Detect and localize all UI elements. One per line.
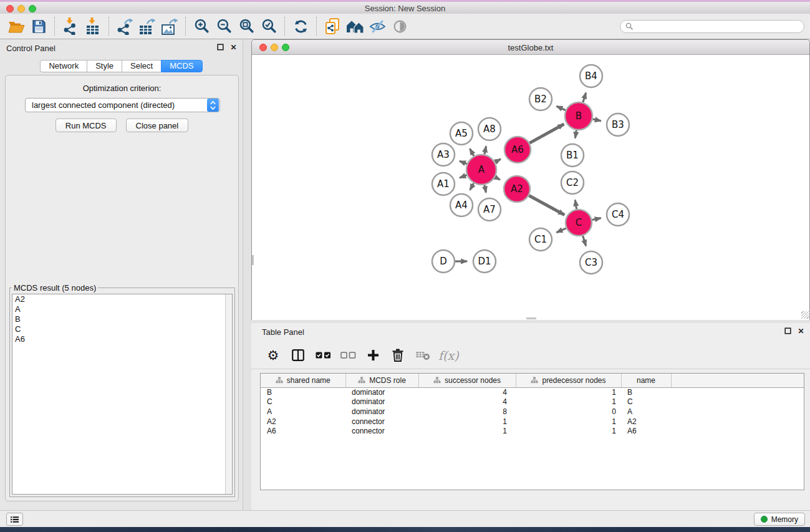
create-column-button[interactable] — [362, 345, 383, 366]
refresh-button[interactable] — [289, 16, 312, 37]
function-builder-icon: f(x) — [438, 349, 459, 362]
show-all-button[interactable] — [344, 16, 366, 37]
select-all-button[interactable] — [312, 345, 334, 366]
result-item[interactable]: A6 — [12, 334, 232, 344]
close-panel-icon[interactable]: ✕ — [229, 43, 238, 51]
zoom-fit-button[interactable] — [235, 16, 258, 37]
select-all-icon — [316, 352, 331, 359]
criterion-dropdown[interactable]: largest connected component (directed) — [25, 98, 220, 112]
node-label-C2: C2 — [566, 177, 579, 188]
edge-A-A5[interactable] — [470, 149, 474, 157]
network-window-titlebar[interactable]: testGlobe.txt — [252, 40, 809, 55]
hidden-panels-button[interactable] — [6, 513, 23, 526]
clone-network-button[interactable] — [321, 16, 344, 37]
result-item[interactable]: A — [12, 304, 232, 314]
result-item[interactable]: C — [12, 324, 232, 334]
table-row[interactable]: Cdominator41C — [261, 397, 804, 407]
edge-A-A4[interactable] — [470, 183, 474, 190]
column-header-MCDS-role[interactable]: MCDS role — [345, 374, 418, 387]
export-network-button[interactable] — [113, 16, 136, 37]
edge-C-C4[interactable] — [592, 218, 601, 220]
open-folder-icon — [8, 20, 25, 33]
column-header-name[interactable]: name — [621, 374, 671, 387]
list-icon — [11, 516, 19, 523]
import-table-button[interactable] — [82, 16, 104, 37]
float-table-panel-icon[interactable] — [784, 327, 792, 335]
node-label-D1: D1 — [478, 256, 491, 267]
node-label-A1: A1 — [437, 178, 450, 190]
table-row[interactable]: A2connector11A2 — [261, 417, 804, 427]
tab-network[interactable]: Network — [40, 60, 87, 72]
edge-B-B3[interactable] — [592, 119, 600, 121]
save-icon — [32, 20, 46, 33]
open-session-button[interactable] — [5, 16, 27, 37]
resize-grip-icon[interactable] — [801, 311, 809, 319]
table-row[interactable]: Bdominator41B — [261, 387, 804, 397]
column-header-shared-name[interactable]: shared name — [261, 374, 345, 387]
network-horizontal-scrollbar[interactable] — [526, 317, 536, 319]
close-table-panel-icon[interactable]: ✕ — [797, 327, 805, 335]
edge-B-B4[interactable] — [583, 93, 586, 102]
tab-select[interactable]: Select — [122, 60, 162, 72]
node-label-C1: C1 — [534, 234, 547, 245]
edge-A2-C[interactable] — [529, 196, 564, 215]
tab-mcds[interactable]: MCDS — [161, 60, 202, 72]
edge-A-A7[interactable] — [485, 185, 486, 192]
eye-slash-icon — [369, 19, 386, 34]
column-header-successor-nodes[interactable]: successor nodes — [418, 374, 516, 387]
show-columns-button[interactable] — [287, 345, 309, 366]
edge-A-A2[interactable] — [495, 177, 500, 180]
dropdown-stepper-icon — [207, 99, 219, 112]
network-vertical-scrollbar[interactable] — [252, 255, 254, 265]
mcds-result-list[interactable]: A2ABCA6 — [12, 294, 233, 495]
export-table-button[interactable] — [136, 16, 158, 37]
window-title: Session: New Session — [0, 4, 810, 13]
result-item[interactable]: A2 — [12, 294, 232, 304]
search-field[interactable] — [620, 20, 804, 33]
edge-A-A1[interactable] — [460, 175, 466, 178]
edge-A6-B[interactable] — [529, 124, 564, 143]
control-panel-title: Control Panel — [6, 44, 55, 53]
network-canvas[interactable]: B4B2BB3A5A8A6B1A3AC2A1A2A4A7C4CC1C3DD1 — [252, 56, 809, 320]
function-builder-button[interactable]: f(x) — [437, 345, 460, 366]
attribute-icon — [358, 377, 365, 384]
edge-C-C2[interactable] — [575, 200, 576, 210]
zoom-out-button[interactable] — [213, 16, 235, 37]
table-row[interactable]: A6connector11A6 — [261, 426, 804, 436]
zoom-in-button[interactable] — [190, 16, 213, 37]
edge-B-B2[interactable] — [557, 106, 566, 110]
result-list-scrollbar[interactable] — [225, 294, 232, 494]
zoom-selected-button[interactable] — [258, 16, 280, 37]
result-item[interactable]: B — [12, 314, 232, 324]
deselect-all-button[interactable] — [337, 345, 359, 366]
delete-table-button[interactable] — [412, 345, 433, 366]
memory-button[interactable]: Memory — [754, 513, 805, 526]
tab-style[interactable]: Style — [87, 60, 122, 72]
save-session-button[interactable] — [27, 16, 50, 37]
network-graph[interactable]: B4B2BB3A5A8A6B1A3AC2A1A2A4A7C4CC1C3DD1 — [252, 56, 809, 320]
edge-A-A8[interactable] — [485, 146, 486, 154]
table-settings-button[interactable]: ⚙ — [263, 345, 284, 366]
node-label-A3: A3 — [437, 149, 450, 160]
zoom-selected-icon — [261, 18, 277, 35]
edge-C-C3[interactable] — [583, 236, 586, 246]
node-label-C3: C3 — [585, 257, 597, 268]
close-panel-button[interactable]: Close panel — [126, 118, 189, 132]
node-table[interactable]: shared nameMCDS rolesuccessor nodesprede… — [260, 373, 804, 490]
table-row[interactable]: Adominator80A — [261, 407, 804, 417]
hide-details-button[interactable] — [366, 16, 388, 37]
edge-B-B1[interactable] — [575, 130, 576, 138]
edge-A-A3[interactable] — [460, 161, 467, 164]
run-mcds-button[interactable]: Run MCDS — [55, 118, 117, 132]
export-image-button[interactable] — [158, 16, 181, 37]
import-network-button[interactable] — [59, 16, 82, 37]
delete-columns-button[interactable] — [387, 345, 408, 366]
search-input[interactable] — [637, 22, 799, 32]
show-details-button[interactable] — [388, 16, 411, 37]
workspace: Control Panel ✕ NetworkStyleSelectMCDS O… — [0, 39, 810, 510]
float-panel-icon[interactable] — [216, 43, 224, 51]
column-header-predecessor-nodes[interactable]: predecessor nodes — [516, 374, 621, 387]
edge-C-C1[interactable] — [557, 228, 566, 233]
edge-A-A6[interactable] — [495, 159, 501, 162]
split-columns-icon — [292, 349, 304, 361]
